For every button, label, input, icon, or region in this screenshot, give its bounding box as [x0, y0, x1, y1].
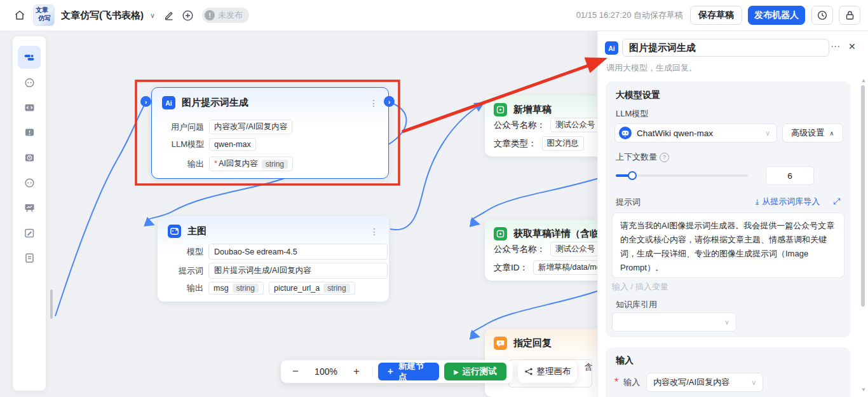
node-draft-detail[interactable]: 获取草稿详情（含临 公众号名称：测试公众号 文章ID：新增草稿/data/med [485, 219, 615, 281]
run-test-button[interactable]: ▶运行测试 [444, 363, 506, 380]
top-header: 文章 仿写 文章仿写(飞书表格) ∨ ! 未发布 01/15 16:27:20 … [0, 0, 868, 31]
node-new-draft[interactable]: 新增草稿 公众号名称：测试公众号 文章类型：图文消息 [485, 95, 615, 157]
chevron-down-icon: ∨ [724, 318, 729, 326]
input-variable-select[interactable]: 内容改写/AI回复内容 ∨ [646, 373, 763, 392]
node-title: 指定回复 [513, 337, 552, 349]
panel-scroll-up-icon[interactable]: ▲ [861, 78, 866, 83]
edit-title-icon[interactable] [164, 10, 174, 20]
code-icon [24, 102, 35, 113]
field-chip: qwen-max [209, 138, 256, 151]
reply-partial-text: 含 [585, 362, 593, 373]
expand-icon[interactable]: ⤢ [833, 196, 840, 207]
chatwiki-bot-icon [619, 127, 632, 139]
autosave-status: 01/15 16:27:20 自动保存草稿 [576, 10, 683, 21]
sidebar-item-history[interactable] [18, 146, 41, 169]
node-title: 主图 [187, 225, 207, 237]
field-label: 输出 [162, 158, 204, 170]
node-name-input[interactable] [622, 39, 829, 57]
alert-icon [24, 127, 35, 138]
new-node-button[interactable]: ＋新建节点 [378, 363, 439, 380]
sidebar-item-dashboard[interactable] [18, 196, 41, 219]
edge-start-to-prompt-gen [55, 103, 146, 316]
slider-handle[interactable] [628, 171, 637, 180]
field-chip: 图文消息 [542, 136, 584, 151]
edge-stub-handle[interactable] [50, 289, 53, 319]
app-window: Ai 图片提示词生成 ⋮ 用户问题内容改写/AI回复内容 LLM模型qwen-m… [0, 0, 868, 397]
home-icon[interactable] [14, 10, 25, 21]
history-button[interactable] [811, 6, 833, 25]
alert-icon: ! [205, 10, 215, 20]
prompt-textarea[interactable]: 请充当我的AI图像提示词生成器。我会提供一篇公众号文章的全文或核心内容，请你根据… [612, 212, 844, 278]
input-section-card: 输入 * 输入 内容改写/AI回复内容 ∨ [606, 347, 851, 397]
play-icon: ▶ [454, 368, 459, 375]
compose-icon [24, 228, 35, 239]
app-logo: 文章 仿写 [33, 4, 55, 26]
document-icon [24, 253, 35, 263]
chevron-up-icon: ∧ [829, 130, 834, 137]
plus-icon: ＋ [386, 366, 395, 377]
kebab-menu-icon[interactable]: ⋮ [370, 226, 379, 237]
zoom-out-button[interactable]: − [285, 365, 306, 378]
type-tag: string [262, 160, 288, 169]
field-chip: 内容改写/AI回复内容 [209, 120, 292, 134]
panel-subtitle: 调用大模型，生成回复。 [606, 62, 697, 74]
kebab-menu-icon[interactable]: ⋮ [369, 98, 378, 108]
workflow-icon [24, 52, 35, 63]
section-heading: 大模型设置 [616, 90, 660, 101]
node-main-image[interactable]: 主图 ⋮ 模型Doubao-Se edream-4.5 提示词图片提示词生成/A… [158, 216, 389, 302]
knowledge-base-label: 知识库引用 [616, 299, 657, 310]
node-title: 新增草稿 [513, 104, 552, 116]
left-sidebar [13, 36, 46, 391]
canvas-dock: − 100% + ＋新建节点 ▶运行测试 [281, 360, 513, 383]
panel-scroll-down-icon[interactable]: ▼ [861, 387, 866, 393]
input-port[interactable]: › [140, 96, 151, 107]
field-label: 文章ID： [494, 262, 528, 274]
question-icon[interactable]: ? [660, 153, 669, 162]
field-label: 提示词 [166, 265, 203, 277]
dock-divider [372, 366, 373, 377]
reply-node-icon: A [494, 337, 507, 350]
history-box-icon [24, 153, 35, 164]
insert-variable-hint[interactable]: 输入 / 插入变量 [612, 281, 668, 293]
save-draft-button[interactable]: 保存草稿 [690, 6, 742, 25]
add-icon[interactable] [182, 10, 193, 21]
advanced-settings-button[interactable]: 高级设置∧ [782, 123, 843, 143]
sidebar-item-chat-test[interactable] [18, 71, 41, 94]
type-tag: string [323, 284, 349, 293]
llm-model-select[interactable]: ChatWiki qwen-max ∨ [614, 123, 777, 143]
sidebar-item-workflow[interactable] [18, 46, 41, 69]
node-title: 获取草稿详情（含临 [513, 228, 599, 240]
output-chip: picture_url_astring [269, 282, 355, 295]
knowledge-base-select[interactable]: ∨ [612, 312, 736, 331]
arrange-canvas-button[interactable]: 整理画布 [518, 360, 577, 383]
field-input[interactable]: Doubao-Se edream-4.5 [208, 244, 388, 260]
chart-board-icon [24, 202, 35, 213]
field-chip: 测试公众号 [550, 242, 600, 256]
llm-model-label: LLM模型 [616, 108, 648, 120]
publish-bot-button[interactable]: 发布机器人 [748, 6, 805, 25]
field-label: 文章类型： [494, 138, 537, 150]
sidebar-item-code[interactable] [18, 96, 41, 119]
sidebar-item-document[interactable] [18, 246, 41, 269]
context-slider[interactable] [616, 174, 748, 177]
more-icon[interactable]: ⋯ [831, 41, 840, 52]
field-input[interactable]: 图片提示词生成/AI回复内容 [208, 263, 388, 279]
node-config-panel: Ai ⋯ ✕ 调用大模型，生成回复。 大模型设置 LLM模型 ChatWiki … [597, 31, 868, 397]
chevron-down-icon[interactable]: ∨ [150, 11, 155, 20]
panel-scrollbar[interactable] [861, 85, 865, 307]
output-port[interactable]: › [384, 96, 395, 107]
zoom-in-button[interactable]: + [346, 365, 367, 378]
sidebar-item-alert[interactable] [18, 121, 41, 144]
node-title: 图片提示词生成 [182, 97, 248, 109]
context-count-input[interactable]: 6 [766, 166, 814, 185]
sidebar-item-compose[interactable] [18, 221, 41, 244]
sidebar-item-bot[interactable] [18, 171, 41, 194]
node-prompt-gen[interactable]: Ai 图片提示词生成 ⋮ 用户问题内容改写/AI回复内容 LLM模型qwen-m… [151, 87, 389, 179]
context-count-label: 上下文数量? [616, 151, 669, 163]
import-from-library-link[interactable]: ⤓从提示词库导入 [756, 196, 820, 207]
lock-button[interactable] [839, 6, 860, 25]
section-heading: 输入 [616, 355, 634, 366]
output-chip: msgstring [208, 282, 264, 295]
close-icon[interactable]: ✕ [848, 41, 856, 52]
prompt-label: 提示词 [616, 197, 641, 208]
